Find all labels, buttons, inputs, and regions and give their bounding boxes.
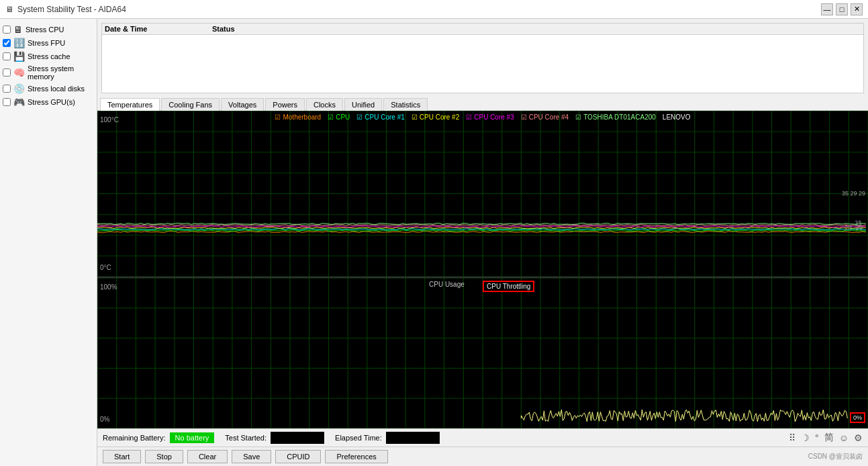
log-col-datetime: Date & Time [105,25,212,33]
legend-item-5: ☑CPU Core #4 [521,113,569,121]
stress-label-0: Stress CPU [26,26,64,34]
status-bar: Remaining Battery: No battery Test Start… [97,428,868,447]
cpu-icon: 🖥 [13,24,23,35]
stress-checkbox-0[interactable] [3,26,11,34]
icon-smile[interactable]: ☺ [839,432,849,443]
cpuid-button[interactable]: CPUID [275,450,321,463]
stress-item-stress-cpu[interactable]: 🖥Stress CPU [3,23,94,36]
temp-y-max: 100°C [100,116,119,124]
main-container: 🖥Stress CPU🔢Stress FPU💾Stress cache🧠Stre… [0,19,868,466]
log-col-status: Status [212,25,861,33]
legend-check-3: ☑ [412,113,418,121]
tab-cooling-fans[interactable]: Cooling Fans [161,98,220,111]
tab-statistics[interactable]: Statistics [383,98,428,111]
stop-button[interactable]: Stop [145,450,183,463]
app-icon: 🖥 [5,5,13,14]
legend-item-4: ☑CPU Core #3 [466,113,514,121]
legend-label-0: Motherboard [283,113,321,121]
minimize-button[interactable]: — [821,3,833,15]
stress-label-2: Stress cache [28,52,70,60]
legend-item-7: LENOVO [663,113,691,121]
preferences-button[interactable]: Preferences [325,450,387,463]
legend-check-6: ☑ [575,113,581,121]
start-button[interactable]: Start [103,450,141,463]
title-bar-controls: — □ ✕ [821,3,863,15]
legend-check-4: ☑ [466,113,472,121]
stress-item-stress-cache[interactable]: 💾Stress cache [3,50,94,63]
icon-gear[interactable]: ⚙ [854,432,863,443]
cpu-throttling-badge: CPU Throttling [483,281,534,292]
charts-area: ☑Motherboard☑CPU☑CPU Core #1☑CPU Core #2… [97,111,868,428]
temp-y-min: 0°C [100,264,111,271]
stress-checkbox-2[interactable] [3,52,11,60]
legend-item-2: ☑CPU Core #1 [356,113,404,121]
legend-label-5: CPU Core #4 [529,113,569,121]
legend-label-1: CPU [336,113,350,121]
stress-item-stress-fpu[interactable]: 🔢Stress FPU [3,36,94,50]
icon-simplified[interactable]: 简 [824,432,834,444]
title-bar-title: 🖥 System Stability Test - AIDA64 [5,5,126,14]
stress-checkbox-4[interactable] [3,85,11,93]
stress-label-3: Stress system memory [28,64,94,81]
tab-voltages[interactable]: Voltages [221,98,264,111]
pct-badge: 0% [850,412,865,423]
stress-checkbox-1[interactable] [3,39,11,47]
cache-icon: 💾 [13,51,25,62]
legend-label-6: TOSHIBA DT01ACA200 [583,113,656,121]
legend-item-1: ☑CPU [328,113,350,121]
tab-clocks[interactable]: Clocks [306,98,343,111]
icon-dots[interactable]: ⠿ [789,432,795,443]
test-started-value [271,432,324,444]
icon-degree[interactable]: ° [815,432,819,443]
legend-label-4: CPU Core #3 [474,113,514,121]
icon-moon[interactable]: ☽ [801,432,810,443]
maximize-button[interactable]: □ [836,3,848,15]
stress-checkbox-5[interactable] [3,98,11,106]
button-bar: StartStopClearSaveCPUIDPreferences CSDN … [97,447,868,466]
stress-item-stress-local-disks[interactable]: 💿Stress local disks [3,82,94,95]
status-right-icons: ⠿ ☽ ° 简 ☺ ⚙ [789,432,863,444]
elapsed-label: Elapsed Time: [335,434,382,442]
temp-chart-legend: ☑Motherboard☑CPU☑CPU Core #1☑CPU Core #2… [97,113,868,121]
legend-item-6: ☑TOSHIBA DT01ACA200 [575,113,656,121]
stress-label-5: Stress GPU(s) [28,98,75,106]
usage-y-max: 100% [100,283,117,291]
legend-label-2: CPU Core #1 [365,113,404,121]
tab-temperatures[interactable]: Temperatures [100,98,160,111]
legend-check-0: ☑ [275,113,281,121]
tab-unified[interactable]: Unified [344,98,382,111]
battery-status: Remaining Battery: No battery [103,432,214,443]
right-panel: Date & Time Status TemperaturesCooling F… [97,19,868,466]
save-button[interactable]: Save [232,450,271,463]
tab-powers[interactable]: Powers [265,98,305,111]
legend-label-3: CPU Core #2 [420,113,459,121]
legend-item-3: ☑CPU Core #2 [412,113,459,121]
legend-check-1: ☑ [328,113,334,121]
tabs-bar: TemperaturesCooling FansVoltagesPowersCl… [97,97,868,111]
stress-item-stress-gpu(s)[interactable]: 🎮Stress GPU(s) [3,95,94,109]
disk-icon: 💿 [13,83,25,94]
close-button[interactable]: ✕ [851,3,863,15]
gpu-icon: 🎮 [13,97,25,107]
stress-checkbox-3[interactable] [3,68,11,77]
branding: CSDN @壹贝装卤 [808,450,863,463]
legend-item-0: ☑Motherboard [275,113,321,121]
stress-item-stress-system-memory[interactable]: 🧠Stress system memory [3,63,94,82]
temp-chart-values: 35 29 29 [842,189,865,198]
cpu-usage-label: CPU Usage [429,281,465,288]
stress-label-4: Stress local disks [28,85,85,93]
clear-button[interactable]: Clear [187,450,228,463]
legend-label-7: LENOVO [663,113,691,121]
stress-label-1: Stress FPU [28,39,65,47]
usage-y-min: 0% [100,416,109,423]
legend-check-5: ☑ [521,113,527,121]
elapsed-status: Elapsed Time: [335,432,440,444]
test-started-status: Test Started: [225,432,324,444]
title-bar: 🖥 System Stability Test - AIDA64 — □ ✕ [0,0,868,19]
battery-label: Remaining Battery: [103,434,166,442]
log-table: Date & Time Status [101,23,864,93]
left-panel: 🖥Stress CPU🔢Stress FPU💾Stress cache🧠Stre… [0,19,97,466]
test-started-label: Test Started: [225,434,267,442]
app-title: System Stability Test - AIDA64 [17,5,126,14]
log-header: Date & Time Status [102,24,863,35]
